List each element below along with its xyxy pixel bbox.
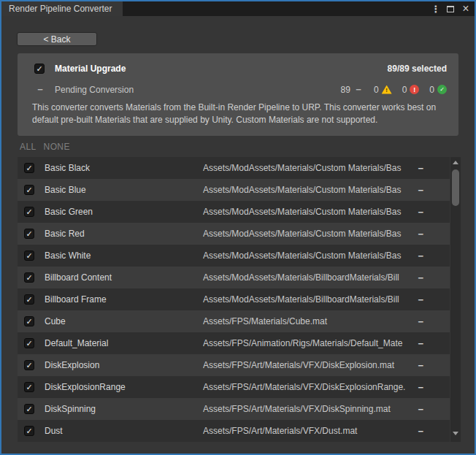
scrollbar[interactable]	[450, 157, 461, 442]
material-path: Assets/FPS/Art/Materials/VFX/Dust.mat	[203, 426, 415, 436]
tab-render-pipeline-converter[interactable]: Render Pipeline Converter	[1, 1, 123, 16]
row-checkbox[interactable]: ✓	[24, 338, 34, 348]
list-item[interactable]: ✓ DiskExplosion Assets/FPS/Art/Materials…	[18, 354, 450, 376]
maximize-icon[interactable]	[446, 4, 455, 13]
check-icon: ✓	[26, 362, 32, 370]
check-icon: ✓	[26, 340, 32, 348]
row-checkbox[interactable]: ✓	[24, 229, 34, 239]
material-path: Assets/ModAssets/Materials/Custom Materi…	[203, 251, 415, 261]
converter-checkbox[interactable]: ✓	[34, 64, 45, 74]
material-path: Assets/FPS/Art/Materials/VFX/DiskSpinnin…	[203, 404, 415, 414]
success-check-glyph: ✓	[439, 86, 445, 93]
list-item[interactable]: ✓ Basic Black Assets/ModAssets/Materials…	[18, 157, 450, 179]
converter-header-card: ✓ Material Upgrade 89/89 selected − Pend…	[18, 53, 458, 136]
material-path: Assets/ModAssets/Materials/Custom Materi…	[203, 207, 415, 217]
check-icon: ✓	[26, 405, 32, 413]
scroll-up-icon[interactable]	[453, 161, 458, 164]
pending-count: 89	[341, 85, 350, 95]
row-status-dash-icon: −	[418, 404, 423, 415]
success-icon: ✓	[437, 85, 447, 94]
check-icon: ✓	[26, 296, 32, 304]
titlebar-icons: ⋮ ×	[432, 1, 470, 16]
row-status-dash-icon: −	[418, 338, 423, 349]
row-checkbox[interactable]: ✓	[24, 404, 34, 414]
row-checkbox[interactable]: ✓	[24, 294, 34, 305]
materials-list: ✓ Basic Black Assets/ModAssets/Materials…	[18, 157, 450, 442]
success-count: 0	[429, 85, 434, 95]
warning-exclaim-glyph: !	[385, 87, 388, 94]
material-name: Dust	[45, 426, 63, 436]
material-path: Assets/ModAssets/Materials/Custom Materi…	[203, 229, 415, 239]
row-status-dash-icon: −	[418, 185, 423, 196]
row-checkbox[interactable]: ✓	[24, 272, 34, 283]
material-name: DiskSpinning	[45, 404, 96, 414]
material-name: Basic Black	[45, 163, 90, 173]
row-checkbox[interactable]: ✓	[24, 163, 34, 173]
row-status-dash-icon: −	[418, 272, 423, 283]
material-name: DiskExplosion	[45, 360, 99, 370]
check-icon: ✓	[26, 383, 32, 391]
converter-description: This converter converts Materials from t…	[32, 102, 450, 126]
pending-label: Pending Conversion	[55, 85, 134, 95]
error-exclaim-glyph: !	[413, 86, 415, 93]
maximize-glyph	[447, 6, 454, 12]
render-pipeline-converter-window: Render Pipeline Converter ⋮ × < Back ✓ M…	[0, 0, 476, 455]
list-item[interactable]: ✓ Basic White Assets/ModAssets/Materials…	[18, 245, 450, 267]
list-item[interactable]: ✓ Basic Red Assets/ModAssets/Materials/C…	[18, 223, 450, 245]
material-name: Billboard Frame	[45, 294, 107, 305]
pending-count-dash-icon: −	[353, 84, 364, 95]
row-checkbox[interactable]: ✓	[24, 185, 34, 195]
converter-title: Material Upgrade	[55, 64, 126, 74]
material-path: Assets/FPS/Materials/Cube.mat	[203, 316, 415, 326]
row-checkbox[interactable]: ✓	[24, 360, 34, 370]
check-icon: ✓	[36, 65, 42, 73]
material-name: Cube	[45, 316, 66, 326]
scroll-down-icon[interactable]	[453, 432, 458, 435]
row-status-dash-icon: −	[418, 229, 423, 240]
selected-count: 89/89 selected	[388, 64, 447, 74]
list-item[interactable]: ✓ Billboard Frame Assets/ModAssets/Mater…	[18, 288, 450, 310]
row-status-dash-icon: −	[418, 316, 423, 327]
material-name: Billboard Content	[45, 272, 112, 283]
row-status-dash-icon: −	[418, 360, 423, 371]
row-status-dash-icon: −	[418, 207, 423, 218]
material-path: Assets/ModAssets/Materials/Custom Materi…	[203, 185, 415, 195]
titlebar: Render Pipeline Converter ⋮ ×	[1, 1, 475, 16]
list-item[interactable]: ✓ Basic Green Assets/ModAssets/Materials…	[18, 201, 450, 223]
back-button[interactable]: < Back	[17, 32, 97, 46]
check-icon: ✓	[26, 164, 32, 172]
warning-count: 0	[374, 85, 379, 95]
material-path: Assets/ModAssets/Materials/BillboardMate…	[203, 294, 415, 305]
list-item[interactable]: ✓ Dust Assets/FPS/Art/Materials/VFX/Dust…	[18, 420, 450, 442]
menu-icon[interactable]: ⋮	[432, 4, 439, 15]
material-name: Basic White	[45, 251, 91, 261]
pending-conversion-row: − Pending Conversion 89 − 0 ! 0 ! 0 ✓	[18, 84, 458, 95]
scrollbar-thumb[interactable]	[452, 169, 459, 206]
pending-dash-icon: −	[35, 84, 45, 95]
list-item[interactable]: ✓ DiskExplosionRange Assets/FPS/Art/Mate…	[18, 376, 450, 398]
list-item[interactable]: ✓ DiskSpinning Assets/FPS/Art/Materials/…	[18, 398, 450, 420]
list-item[interactable]: ✓ Billboard Content Assets/ModAssets/Mat…	[18, 267, 450, 288]
close-icon[interactable]: ×	[461, 4, 470, 13]
check-icon: ✓	[26, 252, 32, 260]
row-status-dash-icon: −	[418, 382, 423, 393]
row-status-dash-icon: −	[418, 163, 423, 174]
material-name: Basic Blue	[45, 185, 86, 195]
row-checkbox[interactable]: ✓	[24, 207, 34, 217]
row-checkbox[interactable]: ✓	[24, 316, 34, 326]
select-none-link[interactable]: NONE	[44, 142, 70, 152]
list-item[interactable]: ✓ Cube Assets/FPS/Materials/Cube.mat −	[18, 310, 450, 332]
row-status-dash-icon: −	[418, 251, 423, 261]
list-item[interactable]: ✓ Basic Blue Assets/ModAssets/Materials/…	[18, 179, 450, 201]
row-checkbox[interactable]: ✓	[24, 426, 34, 436]
check-icon: ✓	[26, 274, 32, 282]
row-checkbox[interactable]: ✓	[24, 382, 34, 392]
error-count: 0	[402, 85, 407, 95]
list-item[interactable]: ✓ Default_Material Assets/FPS/Animation/…	[18, 332, 450, 354]
select-all-link[interactable]: ALL	[20, 142, 37, 152]
material-path: Assets/ModAssets/Materials/BillboardMate…	[203, 272, 415, 283]
material-name: Default_Material	[45, 338, 108, 348]
material-path: Assets/FPS/Animation/Rigs/Materials/Defa…	[203, 338, 415, 348]
row-checkbox[interactable]: ✓	[24, 251, 34, 261]
material-path: Assets/FPS/Art/Materials/VFX/DiskExplosi…	[203, 382, 415, 392]
